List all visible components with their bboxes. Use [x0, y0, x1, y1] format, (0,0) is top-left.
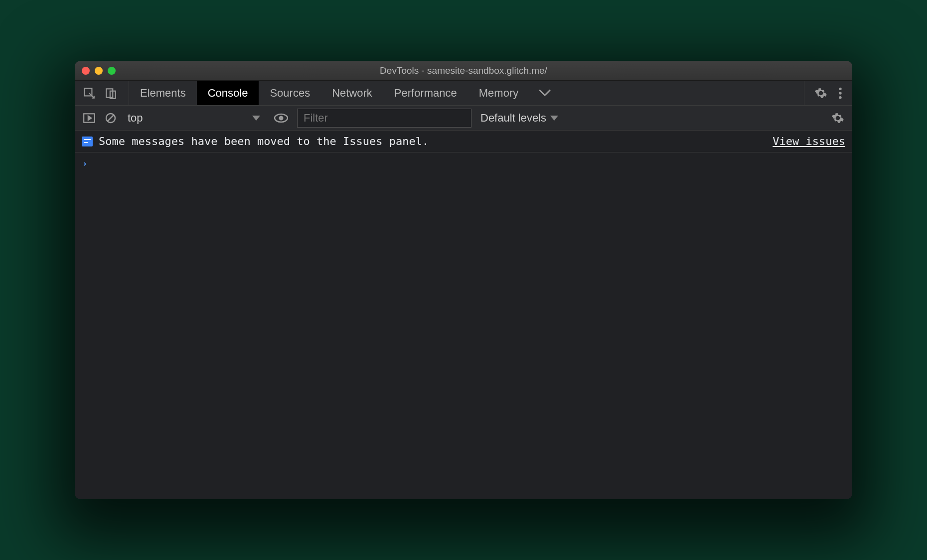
svg-point-4	[839, 92, 841, 94]
info-message: Some messages have been moved to the Iss…	[99, 135, 429, 147]
toggle-sidebar-icon[interactable]	[83, 113, 96, 124]
settings-gear-icon[interactable]	[814, 87, 827, 100]
context-label: top	[128, 112, 143, 125]
tab-console[interactable]: Console	[197, 81, 259, 105]
svg-point-3	[839, 87, 841, 90]
tab-memory[interactable]: Memory	[468, 81, 529, 105]
select-element-icon[interactable]	[83, 87, 96, 100]
issues-info-bar: Some messages have been moved to the Iss…	[75, 131, 852, 152]
more-tabs-button[interactable]	[529, 81, 560, 105]
filter-input[interactable]	[297, 109, 471, 128]
panel-tabs: Elements Console Sources Network Perform…	[129, 81, 529, 105]
main-toolbar: Elements Console Sources Network Perform…	[75, 81, 852, 106]
levels-label: Default levels	[480, 112, 546, 125]
minimize-window-button[interactable]	[95, 67, 103, 75]
close-window-button[interactable]	[82, 67, 90, 75]
execution-context-select[interactable]: top	[126, 112, 265, 125]
tab-performance[interactable]: Performance	[383, 81, 468, 105]
console-body[interactable]: ›	[75, 152, 852, 499]
issues-icon	[82, 137, 93, 146]
devtools-window: DevTools - samesite-sandbox.glitch.me/ E…	[75, 61, 852, 499]
tab-network[interactable]: Network	[321, 81, 383, 105]
view-issues-link[interactable]: View issues	[772, 135, 845, 147]
window-title: DevTools - samesite-sandbox.glitch.me/	[75, 65, 852, 76]
console-sub-toolbar: top Default levels	[75, 106, 852, 131]
chevron-down-icon	[252, 116, 260, 121]
inspector-icons	[75, 81, 129, 105]
maximize-window-button[interactable]	[108, 67, 116, 75]
kebab-menu-icon[interactable]	[838, 87, 842, 100]
device-toolbar-icon[interactable]	[105, 87, 118, 100]
live-expression-icon[interactable]	[274, 113, 288, 123]
titlebar: DevTools - samesite-sandbox.glitch.me/	[75, 61, 852, 81]
log-levels-select[interactable]: Default levels	[480, 112, 558, 125]
tab-sources[interactable]: Sources	[259, 81, 321, 105]
chevron-down-icon	[550, 116, 558, 121]
svg-point-10	[279, 116, 284, 120]
traffic-lights	[82, 67, 116, 75]
console-settings-icon[interactable]	[831, 112, 844, 125]
clear-console-icon[interactable]	[105, 112, 117, 124]
tab-elements[interactable]: Elements	[129, 81, 197, 105]
toolbar-right	[804, 81, 852, 105]
svg-line-8	[108, 115, 114, 121]
console-prompt: ›	[82, 157, 88, 169]
svg-point-5	[839, 96, 841, 98]
